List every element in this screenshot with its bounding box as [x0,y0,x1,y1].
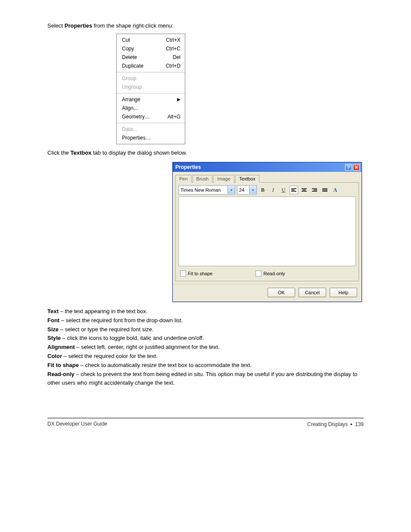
footer-divider [47,418,364,418]
intro-text: Select Properties from the shape right-c… [47,22,364,30]
close-icon[interactable]: ✕ [353,164,360,171]
tab-textbox[interactable]: Textbox [235,175,259,183]
menu-item-delete[interactable]: DeleteDel [117,53,185,62]
field-alignment-label: Alignment [47,344,75,350]
field-color-label: Color [47,353,62,359]
fit-to-shape-checkbox[interactable]: Fit to shape [180,271,212,277]
text-editor[interactable] [178,196,356,266]
dialog-title: Properties [175,164,201,170]
menu-item-cut[interactable]: CutCtrl+X [117,36,185,44]
format-toolbar: Times New Roman ▾ 24 ▾ B I U [178,185,356,195]
help-button[interactable]: Help [330,288,357,297]
menu-item-arrange[interactable]: Arrange▶ [117,95,185,104]
submenu-arrow-icon: ▶ [177,97,181,102]
help-icon[interactable]: ? [345,164,352,171]
align-center-button[interactable] [300,186,308,194]
dialog-titlebar: Properties ? ✕ [173,162,361,172]
footer-section: Creating Displays [307,421,348,427]
menu-item-duplicate[interactable]: DuplicateCtrl+D [117,62,185,70]
menu-item-geometry[interactable]: Geometry…Alt+G [117,112,185,121]
intro-bold: Properties [65,22,92,29]
font-color-button[interactable]: A [331,186,339,194]
bullet-icon: • [350,421,352,428]
tab-image[interactable]: Image [213,175,234,183]
footer-page-number: 139 [355,421,364,427]
field-readonly-label: Read-only [47,371,75,377]
menu-item-data: Data… [117,125,185,134]
font-name-combo[interactable]: Times New Roman ▾ [178,185,235,195]
italic-button[interactable]: I [269,186,277,194]
field-font-label: Font [47,317,59,324]
menu-item-properties[interactable]: Properties… [117,134,185,142]
field-size-label: Size [47,326,59,333]
footer-left: DX Developer User Guide [47,421,107,428]
body-para: Click the Textbox tab to display the dia… [47,149,364,157]
chevron-down-icon[interactable]: ▾ [227,186,235,194]
align-left-button[interactable] [290,186,298,194]
underline-button[interactable]: U [279,186,288,194]
field-descriptions: Text – the text appearing in the text bo… [47,307,364,388]
align-justify-button[interactable] [321,186,329,194]
tab-pen[interactable]: Pen [175,175,192,183]
tab-brush[interactable]: Brush [193,175,213,183]
ok-button[interactable]: OK [268,288,295,297]
menu-item-group: Group [117,74,185,83]
dialog-footer: OK Cancel Help [173,284,361,302]
field-fit-label: Fit to shape [47,362,79,368]
cancel-button[interactable]: Cancel [299,288,326,297]
textbox-panel: Times New Roman ▾ 24 ▾ B I U [175,182,359,281]
properties-dialog: Properties ? ✕ Pen Brush Image Textbox T… [172,162,362,302]
menu-item-copy[interactable]: CopyCtrl+C [117,44,185,53]
menu-item-ungroup: Ungroup [117,83,185,91]
font-size-combo[interactable]: 24 ▾ [237,185,257,195]
checkbox-icon [180,271,186,277]
field-style-label: Style [47,335,61,341]
bold-button[interactable]: B [258,186,267,194]
page-footer: DX Developer User Guide Creating Display… [47,421,364,441]
tabstrip: Pen Brush Image Textbox [173,172,361,182]
checkbox-icon [255,271,262,277]
font-size-value: 24 [237,187,246,193]
align-right-button[interactable] [310,186,319,194]
font-name-value: Times New Roman [179,187,222,193]
read-only-checkbox[interactable]: Read-only [255,271,285,277]
field-text-label: Text [47,308,59,314]
intro-pre: Select [47,22,65,29]
intro-post: from the shape right-click menu: [92,22,174,29]
chevron-down-icon[interactable]: ▾ [249,186,256,194]
menu-item-align[interactable]: Align… [117,104,185,112]
context-menu: CutCtrl+X CopyCtrl+C DeleteDel Duplicate… [116,34,185,144]
